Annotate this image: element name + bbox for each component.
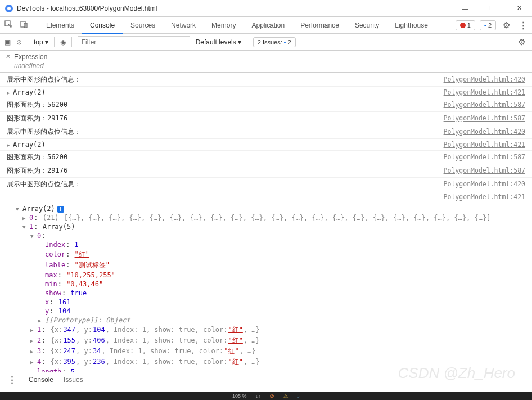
maximize-button[interactable]: ☐ [484,2,501,15]
expand-caret-icon[interactable] [30,349,35,354]
chevron-down-icon: ▾ [238,38,241,46]
svg-rect-3 [21,21,25,27]
expand-caret-icon[interactable] [7,90,12,96]
settings-icon[interactable]: ⚙ [501,20,512,30]
tab-elements[interactable]: Elements [38,17,82,34]
array-item: 2: {x: 155, y: 406, Index: 1, show: true… [30,335,525,346]
expand-caret-icon[interactable] [30,359,35,365]
tab-lighthouse[interactable]: Lighthouse [387,17,436,34]
live-expression-icon[interactable]: ◉ [60,38,66,46]
log-row: 展示中图形的点位信息：PolygonModel.html:420 [0,73,532,87]
log-row: PolygonModel.html:421 [0,191,532,203]
expand-caret-icon[interactable] [30,338,35,344]
expand-caret-icon[interactable] [30,233,35,239]
context-dropdown[interactable]: top ▾ [34,38,48,46]
source-link[interactable]: PolygonModel.html:421 [444,193,525,201]
tab-network[interactable]: Network [163,17,204,34]
drawer-tab-console[interactable]: Console [29,376,53,384]
taskbar: 105 % ↓↑ ⊘ ⚠ ○ [0,392,532,400]
window-title: DevTools - localhost:63800/PolygonModel.… [17,5,457,12]
log-row: 图形面积为：56200PolygonModel.html:587 [0,98,532,112]
error-badge[interactable]: 1 [456,20,475,30]
tab-security[interactable]: Security [347,17,387,34]
expand-caret-icon[interactable] [38,318,43,323]
drawer-more-icon[interactable]: ⋮ [6,375,19,385]
expand-caret-icon[interactable] [22,215,28,221]
svg-point-1 [7,7,11,10]
issues-badge[interactable]: 2 Issues: ▪ 2 [253,37,296,47]
expression-value: undefined [14,62,47,70]
tab-performance[interactable]: Performance [292,17,347,34]
error-count: 1 [467,22,471,29]
inspect-icon[interactable] [2,18,15,32]
source-link[interactable]: PolygonModel.html:421 [444,88,525,96]
window-titlebar: DevTools - localhost:63800/PolygonModel.… [0,0,532,17]
source-link[interactable]: PolygonModel.html:420 [444,128,525,136]
array-item: 1: {x: 347, y: 104, Index: 1, show: true… [30,325,525,335]
filter-input[interactable] [78,36,190,48]
log-row: Array(2)PolygonModel.html:421 [0,87,532,98]
console-settings-icon[interactable]: ⚙ [516,37,528,47]
console-messages[interactable]: 展示中图形的点位信息：PolygonModel.html:420 Array(2… [0,73,532,372]
levels-dropdown[interactable]: Default levels ▾ [196,38,241,46]
source-link[interactable]: PolygonModel.html:421 [444,141,525,149]
source-link[interactable]: PolygonModel.html:587 [444,153,525,161]
devtools-tabs: Elements Console Sources Network Memory … [0,17,532,34]
expand-caret-icon[interactable] [22,224,28,230]
tab-memory[interactable]: Memory [204,17,244,34]
device-icon[interactable] [18,18,30,32]
chrome-icon [4,4,13,13]
source-link[interactable]: PolygonModel.html:420 [444,75,525,83]
minimize-button[interactable]: — [457,2,474,15]
source-link[interactable]: PolygonModel.html:587 [444,114,525,122]
more-icon[interactable]: ⋮ [517,20,530,30]
expression-label[interactable]: Expression [14,53,47,61]
expand-caret-icon[interactable] [16,206,21,212]
console-toolbar: ▣ ⊘ top ▾ ◉ Default levels ▾ 2 Issues: ▪… [0,34,532,51]
expanded-array: Array(2)i 0: (21) [{…}, {…}, {…}, {…}, {… [0,203,532,372]
expand-caret-icon[interactable] [30,327,35,333]
log-row: 图形面积为：56200PolygonModel.html:587 [0,151,532,164]
array-item: 4: {x: 395, y: 236, Index: 1, show: true… [30,357,525,367]
close-expression-icon[interactable]: ✕ [6,53,11,60]
zoom-level: 105 % [232,393,247,399]
sidebar-toggle-icon[interactable]: ▣ [4,38,11,46]
expand-caret-icon[interactable] [7,142,12,148]
chevron-down-icon: ▾ [45,38,48,46]
info-icon[interactable]: i [57,206,64,213]
source-link[interactable]: PolygonModel.html:587 [444,167,525,174]
log-row: Array(2)PolygonModel.html:421 [0,139,532,151]
close-button[interactable]: ✕ [511,2,528,15]
drawer-tab-issues[interactable]: Issues [64,376,83,384]
log-row: 图形面积为：29176PolygonModel.html:587 [0,112,532,125]
source-link[interactable]: PolygonModel.html:420 [444,180,525,188]
messages-badge[interactable]: ▪2 [480,20,496,30]
source-link[interactable]: PolygonModel.html:587 [444,101,525,109]
log-row: 展示中图形的点位信息：PolygonModel.html:420 [0,125,532,139]
drawer-tabs: ⋮ Console Issues [0,372,532,386]
live-expression-row: ✕ Expression undefined [0,51,532,73]
tab-console[interactable]: Console [82,17,123,34]
clear-console-icon[interactable]: ⊘ [16,38,22,46]
array-item: 3: {x: 247, y: 34, Index: 1, show: true,… [30,346,525,357]
tab-application[interactable]: Application [244,17,292,34]
log-row: 展示中图形的点位信息：PolygonModel.html:420 [0,178,532,191]
messages-count: 2 [488,22,492,29]
log-row: 图形面积为：29176PolygonModel.html:587 [0,164,532,178]
tab-sources[interactable]: Sources [123,17,163,34]
